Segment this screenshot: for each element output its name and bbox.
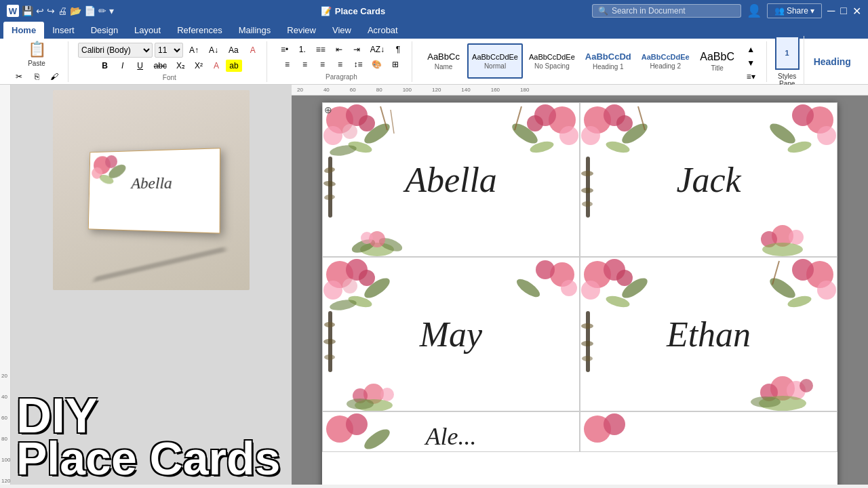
align-center-button[interactable]: ≡ bbox=[296, 58, 313, 71]
close-icon[interactable]: ✕ bbox=[852, 5, 861, 18]
borders-button[interactable]: ⊞ bbox=[387, 58, 403, 71]
tab-design[interactable]: Design bbox=[83, 22, 126, 39]
style-heading1[interactable]: AaBbCcDd Heading 1 bbox=[581, 43, 635, 79]
svg-point-54 bbox=[359, 270, 375, 286]
draw-icon[interactable]: ✏ bbox=[98, 5, 106, 16]
align-right-button[interactable]: ≡ bbox=[314, 58, 330, 71]
svg-point-55 bbox=[342, 279, 357, 293]
sort-button[interactable]: AZ↓ bbox=[366, 43, 389, 56]
horizontal-ruler: 20 40 60 80 100 120 140 160 180 bbox=[292, 85, 868, 96]
tab-insert[interactable]: Insert bbox=[44, 22, 83, 39]
place-card-ethan[interactable]: Ethan bbox=[580, 257, 837, 411]
svg-point-48 bbox=[581, 171, 593, 176]
word-icon: W bbox=[7, 5, 19, 17]
style-heading2[interactable]: AaBbCcDdEe Heading 2 bbox=[637, 43, 694, 79]
new-file-icon[interactable]: 📄 bbox=[84, 5, 96, 16]
tab-references[interactable]: References bbox=[169, 22, 230, 39]
text-effects-button[interactable]: A bbox=[245, 43, 261, 57]
overlay-place-cards-text: Place Cards bbox=[16, 438, 286, 479]
document-area[interactable]: 20 40 60 80 100 120 140 160 180 ⊕ bbox=[292, 85, 868, 485]
format-painter-button[interactable]: 🖌 bbox=[46, 70, 62, 83]
superscript-button[interactable]: X² bbox=[191, 59, 207, 73]
svg-point-69 bbox=[324, 322, 335, 327]
share-button[interactable]: 👥 Share ▾ bbox=[767, 3, 822, 18]
card-floral-tr-1 bbox=[491, 103, 579, 174]
multilevel-list-button[interactable]: ≡≡ bbox=[312, 43, 330, 56]
share-chevron: ▾ bbox=[810, 6, 814, 16]
maximize-icon[interactable]: □ bbox=[840, 5, 847, 17]
increase-font-button[interactable]: A↑ bbox=[185, 43, 203, 57]
heading-label-large: Heading bbox=[814, 56, 851, 67]
style-normal[interactable]: AaBbCcDdEe Normal bbox=[467, 43, 523, 79]
place-card-abella[interactable]: Abella bbox=[322, 102, 580, 257]
position-anchor-icon[interactable]: ⊕ bbox=[324, 104, 335, 115]
card-floral-br-2 bbox=[742, 222, 823, 256]
copy-button[interactable]: ⎘ bbox=[28, 70, 45, 83]
ribbon-content: 📋 Paste ✂ ⎘ 🖌 Calibri (Body) 11 A↑ A↓ Aa… bbox=[0, 39, 868, 85]
styles-pane-button[interactable]: 1 bbox=[775, 36, 800, 70]
cut-button[interactable]: ✂ bbox=[11, 70, 27, 83]
search-box[interactable]: 🔍 Search in Document bbox=[592, 4, 741, 18]
content-area: 20 40 60 80 100 120 bbox=[0, 85, 868, 485]
svg-point-79 bbox=[792, 259, 814, 281]
svg-point-7 bbox=[323, 126, 342, 145]
share-label: Share bbox=[787, 6, 808, 16]
redo-icon[interactable]: ↪ bbox=[47, 5, 55, 16]
save-icon[interactable]: 💾 bbox=[22, 5, 33, 16]
underline-button[interactable]: U bbox=[132, 59, 149, 73]
customize-icon[interactable]: ▾ bbox=[109, 5, 114, 16]
numbering-button[interactable]: 1. bbox=[294, 43, 311, 56]
user-icon[interactable]: 👤 bbox=[747, 3, 762, 18]
style-name[interactable]: AaBbCc Name bbox=[422, 43, 465, 79]
minimize-icon[interactable]: ─ bbox=[827, 5, 835, 17]
share-icon: 👥 bbox=[774, 6, 785, 16]
styles-up-button[interactable]: ▲ bbox=[743, 43, 759, 56]
decrease-font-button[interactable]: A↓ bbox=[205, 43, 222, 57]
place-card-thumbnail: Abella bbox=[88, 148, 220, 233]
increase-indent-button[interactable]: ⇥ bbox=[349, 43, 365, 56]
bullets-button[interactable]: ≡• bbox=[277, 43, 293, 56]
thumbnail-floral-tl bbox=[90, 151, 133, 188]
bold-button[interactable]: B bbox=[97, 59, 113, 73]
paragraph-group-label: Paragraph bbox=[326, 73, 357, 81]
print-icon[interactable]: 🖨 bbox=[58, 5, 67, 16]
undo-icon[interactable]: ↩ bbox=[36, 5, 44, 16]
svg-point-74 bbox=[581, 281, 600, 300]
font-family-select[interactable]: Calibri (Body) bbox=[78, 43, 153, 58]
justify-button[interactable]: ≡ bbox=[332, 58, 348, 71]
styles-more-button[interactable]: ≡▾ bbox=[743, 70, 760, 83]
font-size-select[interactable]: 11 bbox=[155, 43, 183, 58]
line-spacing-button[interactable]: ↕≡ bbox=[349, 58, 366, 71]
place-card-may[interactable]: May bbox=[322, 257, 580, 411]
tab-mailings[interactable]: Mailings bbox=[231, 22, 279, 39]
tab-view[interactable]: View bbox=[324, 22, 359, 39]
tab-review[interactable]: Review bbox=[279, 22, 324, 39]
card-name-may: May bbox=[420, 314, 482, 354]
subscript-button[interactable]: X₂ bbox=[172, 59, 189, 73]
card-partial-floral-2 bbox=[580, 412, 669, 452]
decrease-indent-button[interactable]: ⇤ bbox=[331, 43, 347, 56]
open-file-icon[interactable]: 📂 bbox=[70, 5, 81, 16]
svg-point-67 bbox=[347, 399, 374, 409]
shading-button[interactable]: 🎨 bbox=[368, 58, 386, 71]
search-icon: 🔍 bbox=[598, 6, 608, 16]
tab-home[interactable]: Home bbox=[3, 22, 44, 39]
styles-down-button[interactable]: ▼ bbox=[743, 56, 759, 70]
place-card-jack[interactable]: Jack bbox=[580, 102, 837, 257]
italic-button[interactable]: I bbox=[115, 59, 131, 73]
svg-point-92 bbox=[581, 341, 593, 346]
clear-format-button[interactable]: Aa bbox=[224, 43, 243, 57]
tab-acrobat[interactable]: Acrobat bbox=[359, 22, 406, 39]
style-no-spacing[interactable]: AaBbCcDdEe No Spacing bbox=[525, 43, 579, 79]
highlight-button[interactable]: ab bbox=[226, 60, 242, 72]
svg-point-81 bbox=[767, 274, 798, 302]
align-left-button[interactable]: ≡ bbox=[279, 58, 295, 71]
strikethrough-button[interactable]: abc bbox=[150, 59, 171, 73]
font-color-button[interactable]: A bbox=[208, 59, 224, 73]
paste-button[interactable]: 📋 Paste bbox=[24, 39, 50, 68]
show-formatting-button[interactable]: ¶ bbox=[390, 43, 406, 56]
style-heading1-label: Heading 1 bbox=[593, 63, 624, 70]
svg-point-98 bbox=[604, 413, 625, 435]
tab-layout[interactable]: Layout bbox=[126, 22, 169, 39]
style-title[interactable]: AaBbC Title bbox=[696, 43, 739, 79]
